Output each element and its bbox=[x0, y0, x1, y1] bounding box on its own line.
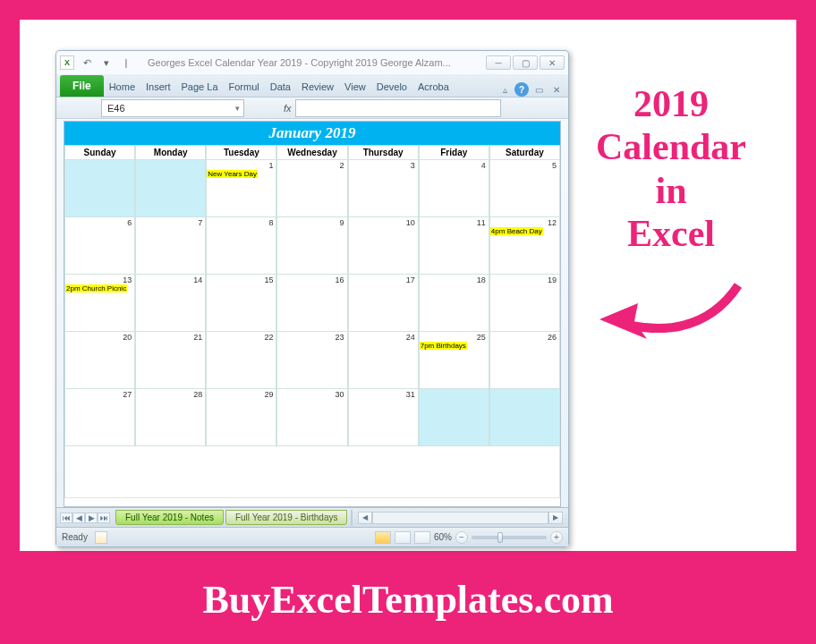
calendar-cell[interactable]: 5 bbox=[489, 160, 560, 217]
status-bar: Ready 60% − + bbox=[56, 527, 568, 547]
promo-line: 2019 bbox=[573, 82, 769, 125]
sheet-tab-notes[interactable]: Full Year 2019 - Notes bbox=[115, 510, 224, 525]
day-number: 12 bbox=[548, 218, 557, 227]
calendar-cell[interactable]: 19 bbox=[489, 275, 560, 332]
calendar-cell[interactable]: 17 bbox=[348, 275, 419, 332]
ribbon-tab-insert[interactable]: Insert bbox=[140, 77, 176, 97]
calendar-cell[interactable]: 124pm Beach Day bbox=[489, 217, 560, 275]
calendar-cell[interactable]: 7 bbox=[135, 217, 206, 275]
calendar-cell[interactable]: 21 bbox=[135, 332, 206, 389]
calendar-cell[interactable] bbox=[135, 160, 206, 217]
doc-close-icon[interactable]: ✕ bbox=[548, 83, 565, 96]
calendar-cell[interactable]: 6 bbox=[64, 217, 135, 275]
calendar-cell[interactable]: 18 bbox=[419, 275, 489, 332]
calendar-cell[interactable]: 30 bbox=[276, 389, 347, 446]
day-number: 15 bbox=[264, 275, 273, 284]
calendar-cell[interactable]: 31 bbox=[348, 389, 419, 446]
ribbon-tab-developer[interactable]: Develo bbox=[371, 77, 412, 97]
day-number: 28 bbox=[193, 390, 202, 399]
ribbon-tab-home[interactable]: Home bbox=[104, 77, 140, 97]
zoom-level[interactable]: 60% bbox=[434, 532, 452, 542]
view-pagebreak-button[interactable] bbox=[414, 531, 430, 544]
ribbon-minimize-icon[interactable]: ▵ bbox=[497, 83, 513, 96]
sheet-tab-birthdays[interactable]: Full Year 2019 - Birthdays bbox=[225, 510, 348, 525]
day-number: 9 bbox=[340, 218, 344, 227]
calendar-cell[interactable]: 3 bbox=[348, 160, 419, 217]
calendar-cell[interactable]: 26 bbox=[489, 332, 560, 389]
hscroll-track[interactable] bbox=[372, 512, 548, 524]
calendar-header: SundayMondayTuesdayWednesdayThursdayFrid… bbox=[64, 146, 560, 160]
sheet-nav-last[interactable]: ⏭ bbox=[98, 513, 110, 523]
zoom-thumb[interactable] bbox=[497, 532, 503, 543]
calendar-cell[interactable]: 15 bbox=[206, 275, 276, 332]
day-number: 27 bbox=[123, 390, 132, 399]
view-pagelayout-button[interactable] bbox=[395, 531, 411, 544]
zoom-out-button[interactable]: − bbox=[455, 531, 468, 544]
day-number: 13 bbox=[123, 275, 132, 284]
calendar-cell[interactable]: 2 bbox=[276, 160, 347, 217]
calendar-cell[interactable]: 23 bbox=[276, 332, 347, 389]
name-box[interactable]: E46 bbox=[101, 99, 244, 117]
calendar-cell[interactable]: 132pm Church Picnic bbox=[64, 275, 135, 332]
calendar-cell[interactable]: 8 bbox=[206, 217, 276, 275]
sheet-nav-next[interactable]: ▶ bbox=[85, 513, 98, 523]
ribbon-tab-formulas[interactable]: Formul bbox=[224, 77, 265, 97]
macro-record-icon[interactable] bbox=[95, 531, 107, 544]
calendar-cell[interactable]: 4 bbox=[419, 160, 489, 217]
calendar-cell[interactable]: 16 bbox=[276, 275, 347, 332]
calendar-cell[interactable]: 10 bbox=[348, 217, 419, 275]
zoom-slider[interactable] bbox=[472, 536, 547, 539]
calendar-cell[interactable]: 20 bbox=[64, 332, 135, 389]
formula-input[interactable] bbox=[295, 99, 501, 117]
hscroll-right[interactable]: ▶ bbox=[548, 512, 563, 524]
sheet-nav-prev[interactable]: ◀ bbox=[72, 513, 85, 523]
calendar-day-header: Tuesday bbox=[206, 146, 276, 160]
sheet-nav-first[interactable]: ⏮ bbox=[60, 513, 72, 523]
promo-line: Excel bbox=[573, 212, 769, 255]
day-number: 20 bbox=[123, 333, 132, 342]
calendar-cell[interactable]: 11 bbox=[419, 217, 489, 275]
qat-dropdown[interactable]: ▾ bbox=[98, 55, 115, 70]
undo-button[interactable]: ↶ bbox=[78, 55, 96, 70]
ribbon-tab-view[interactable]: View bbox=[339, 77, 371, 97]
calendar-cell[interactable]: 257pm Birthdays bbox=[419, 332, 489, 389]
hscroll-left[interactable]: ◀ bbox=[358, 512, 372, 524]
day-number: 2 bbox=[340, 161, 344, 170]
calendar-cell[interactable] bbox=[419, 389, 489, 446]
calendar-cell[interactable]: 9 bbox=[276, 217, 347, 275]
spreadsheet-area[interactable]: January 2019 SundayMondayTuesdayWednesda… bbox=[64, 121, 561, 507]
calendar-cell[interactable]: 29 bbox=[206, 389, 276, 446]
ribbon-tab-review[interactable]: Review bbox=[296, 77, 339, 97]
day-number: 19 bbox=[548, 275, 557, 284]
promo-text: 2019 Calendar in Excel bbox=[573, 82, 769, 360]
day-number: 24 bbox=[406, 333, 415, 342]
ribbon: File Home Insert Page La Formul Data Rev… bbox=[56, 74, 568, 97]
close-button[interactable]: ✕ bbox=[540, 55, 565, 70]
calendar-cell[interactable] bbox=[64, 160, 135, 217]
calendar-cell[interactable] bbox=[489, 389, 560, 446]
calendar-row: 132pm Church Picnic141516171819 bbox=[64, 275, 560, 332]
calendar-cell[interactable]: 22 bbox=[206, 332, 276, 389]
day-number: 30 bbox=[336, 390, 344, 399]
maximize-button[interactable]: ▢ bbox=[513, 55, 538, 70]
help-icon[interactable]: ? bbox=[514, 82, 529, 97]
calendar-cell[interactable]: 27 bbox=[64, 389, 135, 446]
file-tab[interactable]: File bbox=[60, 75, 104, 97]
tab-divider[interactable] bbox=[351, 510, 353, 526]
calendar-cell[interactable]: 28 bbox=[135, 389, 206, 446]
calendar-cell[interactable]: 14 bbox=[135, 275, 206, 332]
minimize-button[interactable]: ─ bbox=[486, 55, 511, 70]
calendar-cell[interactable]: 24 bbox=[348, 332, 419, 389]
ribbon-tab-pagelayout[interactable]: Page La bbox=[176, 77, 224, 97]
calendar-cell[interactable]: 1New Years Day bbox=[206, 160, 276, 217]
doc-restore-icon[interactable]: ▭ bbox=[531, 83, 547, 96]
zoom-in-button[interactable]: + bbox=[550, 531, 563, 544]
ribbon-tab-acrobat[interactable]: Acroba bbox=[412, 77, 455, 97]
ribbon-tab-data[interactable]: Data bbox=[265, 77, 296, 97]
view-normal-button[interactable] bbox=[375, 531, 391, 544]
fx-icon[interactable]: fx bbox=[284, 103, 292, 114]
horizontal-scrollbar[interactable]: ◀ ▶ bbox=[358, 511, 563, 525]
day-number: 18 bbox=[477, 275, 486, 284]
day-number: 29 bbox=[264, 390, 273, 399]
day-number: 23 bbox=[336, 333, 344, 342]
